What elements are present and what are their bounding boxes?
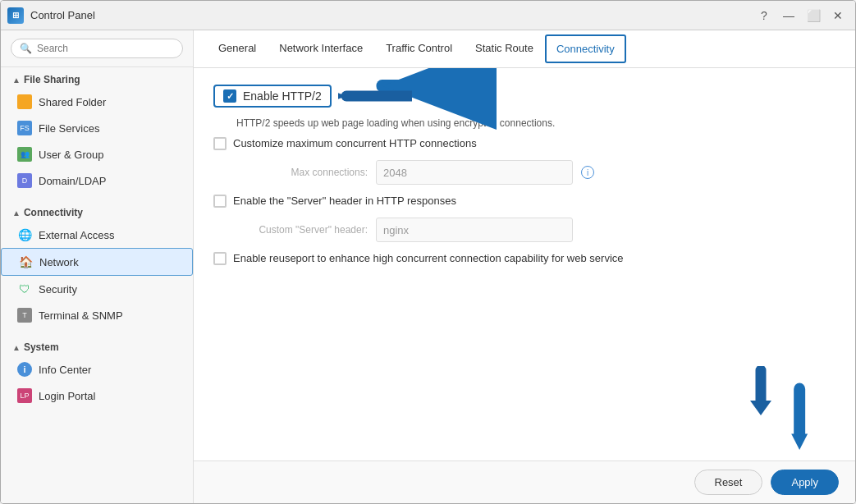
terminal-icon: T xyxy=(17,308,32,323)
app-icon: ⊞ xyxy=(7,7,24,24)
max-connections-field-label: Max connections: xyxy=(236,167,368,178)
sidebar-item-login-portal[interactable]: LP Login Portal xyxy=(1,383,193,409)
info-center-icon: i xyxy=(17,362,32,377)
chevron-down-icon: ▲ xyxy=(12,76,21,85)
server-header-input[interactable] xyxy=(376,218,573,242)
title-bar: ⊞ Control Panel ? — ⬜ ✕ xyxy=(1,1,855,30)
tab-traffic-control[interactable]: Traffic Control xyxy=(374,32,464,66)
chevron-down-icon-3: ▲ xyxy=(12,343,21,352)
tab-static-route[interactable]: Static Route xyxy=(464,32,545,66)
file-services-icon: FS xyxy=(17,121,32,135)
domain-icon: D xyxy=(17,173,32,188)
http2-checkbox[interactable] xyxy=(223,89,236,103)
tab-connectivity[interactable]: Connectivity xyxy=(545,34,626,63)
svg-marker-2 xyxy=(791,433,808,450)
main-layout: 🔍 ▲ File Sharing Shared Folder FS File S… xyxy=(1,30,855,503)
reuseport-row: Enable reuseport to enhance high concurr… xyxy=(213,252,835,265)
http2-label: Enable HTTP/2 xyxy=(243,89,322,103)
network-icon: 🏠 xyxy=(18,254,33,269)
server-header-checkbox[interactable] xyxy=(213,195,227,208)
content-area: General Network Interface Traffic Contro… xyxy=(194,30,855,503)
sidebar-item-security[interactable]: 🛡 Security xyxy=(1,276,193,302)
sidebar-item-user-group[interactable]: 👥 User & Group xyxy=(1,141,193,167)
window: ⊞ Control Panel ? — ⬜ ✕ 🔍 ▲ File Sharing xyxy=(0,0,856,504)
close-button[interactable]: ✕ xyxy=(827,5,849,26)
user-group-icon: 👥 xyxy=(17,147,32,162)
settings-content: Enable HTTP/2 HTTP/2 speeds up web page … xyxy=(194,68,855,460)
section-system[interactable]: ▲ System xyxy=(1,335,193,356)
reuseport-label: Enable reuseport to enhance high concurr… xyxy=(233,252,624,264)
http2-setting-row: Enable HTTP/2 xyxy=(213,85,332,108)
help-button[interactable]: ? xyxy=(753,5,775,26)
login-portal-icon: LP xyxy=(17,388,32,403)
search-icon: 🔍 xyxy=(20,43,32,54)
footer: Reset Apply xyxy=(194,460,855,503)
maximize-button[interactable]: ⬜ xyxy=(803,5,824,26)
sidebar-item-network[interactable]: 🏠 Network xyxy=(1,248,193,276)
tab-general[interactable]: General xyxy=(207,32,268,66)
search-box[interactable]: 🔍 xyxy=(11,39,183,58)
reuseport-checkbox[interactable] xyxy=(213,252,227,265)
max-connections-checkbox[interactable] xyxy=(213,137,227,150)
security-icon: 🛡 xyxy=(17,282,32,296)
sidebar-item-info-center[interactable]: i Info Center xyxy=(1,356,193,383)
sidebar-search-area: 🔍 xyxy=(1,30,193,67)
window-controls: ? — ⬜ ✕ xyxy=(753,5,849,26)
arrow-http2 xyxy=(338,84,412,108)
server-header-label: Enable the "Server" header in HTTP respo… xyxy=(233,195,456,207)
external-access-icon: 🌐 xyxy=(17,227,32,242)
minimize-button[interactable]: — xyxy=(778,5,799,26)
server-header-row: Enable the "Server" header in HTTP respo… xyxy=(213,195,835,208)
sidebar-item-shared-folder[interactable]: Shared Folder xyxy=(1,89,193,115)
max-connections-input[interactable] xyxy=(376,160,573,185)
search-input[interactable] xyxy=(37,43,174,54)
reset-button[interactable]: Reset xyxy=(694,470,763,495)
tab-network-interface[interactable]: Network Interface xyxy=(268,32,374,66)
sidebar: 🔍 ▲ File Sharing Shared Folder FS File S… xyxy=(1,30,194,503)
sidebar-item-file-services[interactable]: FS File Services xyxy=(1,115,193,141)
window-title: Control Panel xyxy=(30,9,753,21)
max-connections-label: Customize maximum concurrent HTTP connec… xyxy=(233,137,477,149)
folder-icon xyxy=(17,94,32,109)
max-connections-field-row: Max connections: i xyxy=(213,160,835,185)
max-connections-info-icon[interactable]: i xyxy=(581,166,594,179)
svg-marker-5 xyxy=(750,401,771,415)
sidebar-item-domain-ldap[interactable]: D Domain/LDAP xyxy=(1,167,193,194)
tabs-bar: General Network Interface Traffic Contro… xyxy=(194,30,855,68)
server-header-field-label: Custom "Server" header: xyxy=(236,224,368,236)
sidebar-item-terminal-snmp[interactable]: T Terminal & SNMP xyxy=(1,302,193,328)
http2-description: HTTP/2 speeds up web page loading when u… xyxy=(236,117,835,129)
apply-button[interactable]: Apply xyxy=(771,470,839,495)
max-connections-row: Customize maximum concurrent HTTP connec… xyxy=(213,137,835,150)
chevron-down-icon-2: ▲ xyxy=(12,208,21,218)
server-header-field-row: Custom "Server" header: xyxy=(213,218,835,242)
section-connectivity[interactable]: ▲ Connectivity xyxy=(1,200,193,222)
sidebar-item-external-access[interactable]: 🌐 External Access xyxy=(1,222,193,248)
section-file-sharing[interactable]: ▲ File Sharing xyxy=(1,67,193,89)
arrow-apply xyxy=(740,366,781,415)
